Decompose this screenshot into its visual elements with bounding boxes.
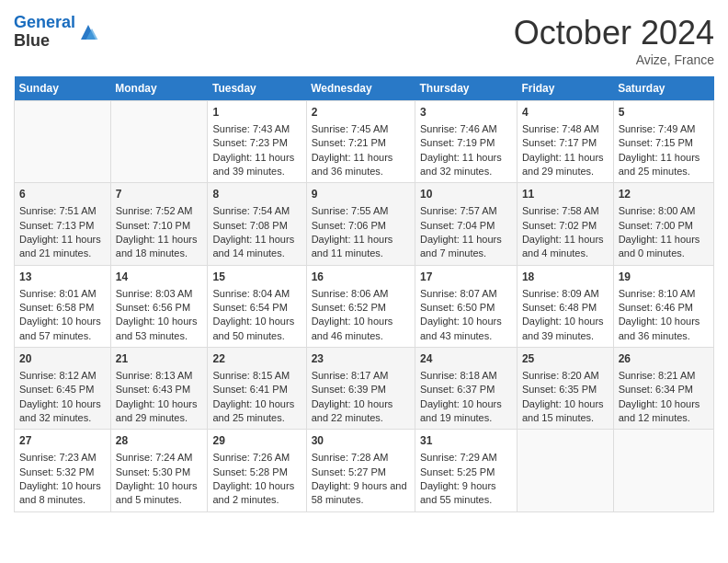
calendar-week-row: 13Sunrise: 8:01 AMSunset: 6:58 PMDayligh… [15,265,714,347]
calendar-cell: 8Sunrise: 7:54 AMSunset: 7:08 PMDaylight… [208,183,306,265]
calendar-cell: 26Sunrise: 8:21 AMSunset: 6:34 PMDayligh… [613,348,713,430]
calendar-cell: 6Sunrise: 7:51 AMSunset: 7:13 PMDaylight… [15,183,111,265]
calendar-cell: 28Sunrise: 7:24 AMSunset: 5:30 PMDayligh… [110,430,208,511]
calendar-week-row: 20Sunrise: 8:12 AMSunset: 6:45 PMDayligh… [15,348,714,430]
calendar-header-row: SundayMondayTuesdayWednesdayThursdayFrid… [15,76,714,101]
calendar-cell: 19Sunrise: 8:10 AMSunset: 6:46 PMDayligh… [613,265,713,347]
day-number: 1 [212,105,301,121]
calendar-table: SundayMondayTuesdayWednesdayThursdayFrid… [14,76,714,512]
day-number: 9 [312,187,410,202]
calendar-cell: 18Sunrise: 8:09 AMSunset: 6:48 PMDayligh… [517,265,613,347]
calendar-cell: 10Sunrise: 7:57 AMSunset: 7:04 PMDayligh… [415,183,518,265]
calendar-cell: 2Sunrise: 7:45 AMSunset: 7:21 PMDaylight… [306,101,415,183]
day-number: 26 [619,351,709,367]
calendar-cell: 14Sunrise: 8:03 AMSunset: 6:56 PMDayligh… [110,265,208,347]
calendar-cell [613,430,713,511]
day-number: 13 [19,270,106,285]
day-number: 30 [312,433,410,449]
title-section: October 2024 Avize, France [514,14,714,67]
calendar-week-row: 6Sunrise: 7:51 AMSunset: 7:13 PMDaylight… [15,183,714,265]
calendar-cell: 22Sunrise: 8:15 AMSunset: 6:41 PMDayligh… [208,348,306,430]
day-number: 19 [619,270,709,285]
calendar-cell: 7Sunrise: 7:52 AMSunset: 7:10 PMDaylight… [110,183,208,265]
calendar-cell: 3Sunrise: 7:46 AMSunset: 7:19 PMDaylight… [415,101,518,183]
calendar-cell: 5Sunrise: 7:49 AMSunset: 7:15 PMDaylight… [613,101,713,183]
calendar-cell: 23Sunrise: 8:17 AMSunset: 6:39 PMDayligh… [306,348,415,430]
calendar-cell: 29Sunrise: 7:26 AMSunset: 5:28 PMDayligh… [208,430,306,511]
day-number: 18 [522,270,609,285]
calendar-cell: 27Sunrise: 7:23 AMSunset: 5:32 PMDayligh… [15,430,111,511]
calendar-cell: 16Sunrise: 8:06 AMSunset: 6:52 PMDayligh… [306,265,415,347]
location: Avize, France [514,52,714,67]
calendar-cell: 15Sunrise: 8:04 AMSunset: 6:54 PMDayligh… [208,265,306,347]
header-tuesday: Tuesday [208,76,306,101]
calendar-week-row: 1Sunrise: 7:43 AMSunset: 7:23 PMDaylight… [15,101,714,183]
logo: General Blue [14,14,99,51]
day-number: 27 [19,433,106,449]
day-number: 14 [116,270,203,285]
day-number: 23 [312,351,410,367]
day-number: 6 [19,187,106,202]
day-number: 4 [522,105,609,121]
day-number: 16 [312,270,410,285]
day-number: 7 [116,187,203,202]
day-number: 21 [116,351,203,367]
day-number: 11 [522,187,609,202]
day-number: 5 [619,105,709,121]
header-saturday: Saturday [613,76,713,101]
calendar-cell [517,430,613,511]
calendar-cell: 24Sunrise: 8:18 AMSunset: 6:37 PMDayligh… [415,348,518,430]
logo-text: General Blue [14,14,75,51]
day-number: 3 [420,105,512,121]
header-monday: Monday [110,76,208,101]
calendar-cell: 11Sunrise: 7:58 AMSunset: 7:02 PMDayligh… [517,183,613,265]
calendar-cell: 20Sunrise: 8:12 AMSunset: 6:45 PMDayligh… [15,348,111,430]
calendar-cell: 30Sunrise: 7:28 AMSunset: 5:27 PMDayligh… [306,430,415,511]
logo-icon [77,21,99,43]
day-number: 15 [212,270,301,285]
day-number: 28 [116,433,203,449]
day-number: 24 [420,351,512,367]
day-number: 2 [312,105,410,121]
day-number: 10 [420,187,512,202]
calendar-cell: 4Sunrise: 7:48 AMSunset: 7:17 PMDaylight… [517,101,613,183]
day-number: 25 [522,351,609,367]
day-number: 12 [619,187,709,202]
calendar-cell: 21Sunrise: 8:13 AMSunset: 6:43 PMDayligh… [110,348,208,430]
page-header: General Blue October 2024 Avize, France [14,14,714,67]
day-number: 8 [212,187,301,202]
day-number: 31 [420,433,512,449]
header-thursday: Thursday [415,76,518,101]
month-title: October 2024 [514,14,714,52]
calendar-cell: 12Sunrise: 8:00 AMSunset: 7:00 PMDayligh… [613,183,713,265]
day-number: 29 [212,433,301,449]
calendar-week-row: 27Sunrise: 7:23 AMSunset: 5:32 PMDayligh… [15,430,714,511]
header-friday: Friday [517,76,613,101]
header-wednesday: Wednesday [306,76,415,101]
day-number: 22 [212,351,301,367]
day-number: 20 [19,351,106,367]
calendar-cell: 25Sunrise: 8:20 AMSunset: 6:35 PMDayligh… [517,348,613,430]
calendar-cell: 9Sunrise: 7:55 AMSunset: 7:06 PMDaylight… [306,183,415,265]
calendar-cell: 13Sunrise: 8:01 AMSunset: 6:58 PMDayligh… [15,265,111,347]
calendar-cell: 31Sunrise: 7:29 AMSunset: 5:25 PMDayligh… [415,430,518,511]
header-sunday: Sunday [15,76,111,101]
calendar-cell [15,101,111,183]
calendar-cell: 1Sunrise: 7:43 AMSunset: 7:23 PMDaylight… [208,101,306,183]
calendar-cell [110,101,208,183]
day-number: 17 [420,270,512,285]
calendar-cell: 17Sunrise: 8:07 AMSunset: 6:50 PMDayligh… [415,265,518,347]
